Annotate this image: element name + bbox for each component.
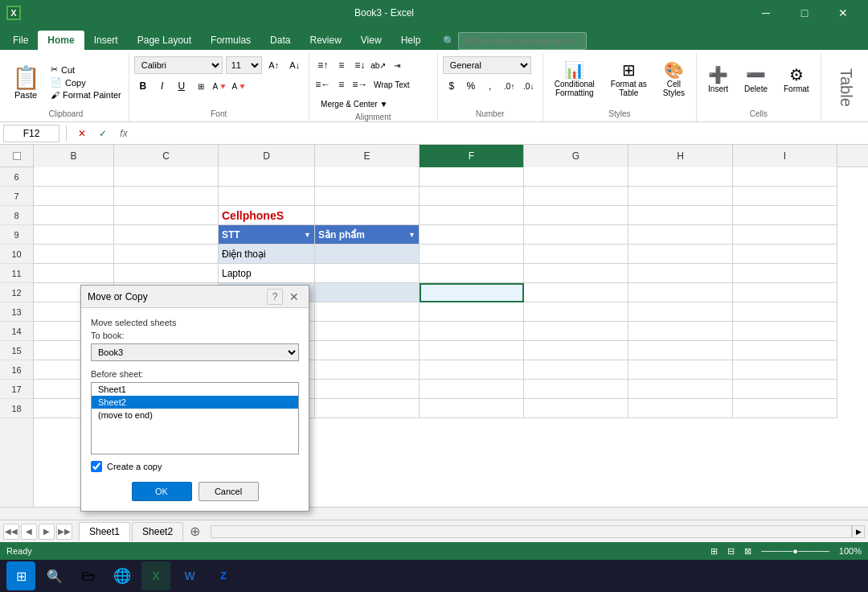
format-as-table-button[interactable]: ⊞ Format asTable <box>604 59 653 99</box>
percent-button[interactable]: % <box>462 77 480 95</box>
sheet-tab-sheet1[interactable]: Sheet1 <box>79 522 130 541</box>
cell-i13[interactable] <box>733 302 837 322</box>
taskbar-search-button[interactable]: 🔍 <box>40 561 69 590</box>
view-layout-icon[interactable]: ⊟ <box>727 546 735 557</box>
scroll-right-button[interactable]: ▶ <box>852 525 865 538</box>
cell-b10[interactable] <box>34 245 114 264</box>
cell-c6[interactable] <box>114 167 219 187</box>
cell-h14[interactable] <box>628 322 733 341</box>
align-center-button[interactable]: ≡ <box>333 76 350 93</box>
align-middle-button[interactable]: ≡ <box>333 56 350 74</box>
cell-i15[interactable] <box>733 341 837 360</box>
cell-b11[interactable] <box>34 264 114 283</box>
cell-styles-button[interactable]: 🎨 CellStyles <box>657 59 691 99</box>
cell-h18[interactable] <box>628 399 733 418</box>
col-header-i[interactable]: I <box>733 145 837 167</box>
conditional-formatting-button[interactable]: 📊 ConditionalFormatting <box>548 59 601 99</box>
list-item-sheet2[interactable]: Sheet2 <box>92 396 298 409</box>
col-header-f[interactable]: F <box>420 145 524 167</box>
cell-f12[interactable] <box>420 283 524 302</box>
paste-button[interactable]: 📋 Paste <box>8 63 43 101</box>
confirm-formula-button[interactable]: ✓ <box>94 125 112 142</box>
list-item-sheet1[interactable]: Sheet1 <box>92 383 298 396</box>
cell-h11[interactable] <box>628 264 733 283</box>
delete-button[interactable]: ➖ Delete <box>738 64 774 95</box>
align-bottom-button[interactable]: ≡↓ <box>351 56 369 74</box>
cell-h9[interactable] <box>628 225 733 245</box>
windows-button[interactable]: ⊞ <box>6 561 35 590</box>
cell-i12[interactable] <box>733 283 837 302</box>
cell-i10[interactable] <box>733 245 837 264</box>
cell-g10[interactable] <box>524 245 628 264</box>
cell-g9[interactable] <box>524 225 628 245</box>
cell-f10[interactable] <box>420 245 524 264</box>
cell-e8[interactable] <box>315 206 420 225</box>
cell-g17[interactable] <box>524 380 628 399</box>
cell-d10[interactable]: Điện thoại <box>219 245 315 264</box>
cell-e11[interactable] <box>315 264 420 283</box>
tell-me-input[interactable] <box>458 32 587 50</box>
format-painter-button[interactable]: 🖌 Format Painter <box>48 89 124 101</box>
insert-function-button[interactable]: fx <box>115 125 133 142</box>
view-page-icon[interactable]: ⊠ <box>744 546 751 557</box>
format-button[interactable]: ⚙ Format <box>777 64 816 95</box>
cell-g11[interactable] <box>524 264 628 283</box>
row-num-7[interactable]: 7 <box>0 187 33 206</box>
cell-h6[interactable] <box>628 167 733 187</box>
cell-c10[interactable] <box>114 245 219 264</box>
tab-page-layout[interactable]: Page Layout <box>128 31 201 50</box>
tab-insert[interactable]: Insert <box>84 31 128 50</box>
ok-button[interactable]: OK <box>132 482 192 501</box>
copy-button[interactable]: 📄 Copy <box>48 76 124 88</box>
cell-g7[interactable] <box>524 187 628 206</box>
cell-h8[interactable] <box>628 206 733 225</box>
cell-i17[interactable] <box>733 380 837 399</box>
formula-input[interactable] <box>136 125 865 142</box>
row-num-14[interactable]: 14 <box>0 322 33 341</box>
cell-f11[interactable] <box>420 264 524 283</box>
insert-button[interactable]: ➕ Insert <box>702 64 735 95</box>
align-top-button[interactable]: ≡↑ <box>314 56 332 74</box>
cell-reference-input[interactable] <box>3 125 59 142</box>
row-num-13[interactable]: 13 <box>0 302 33 322</box>
cell-e6[interactable] <box>315 167 420 187</box>
sheet-tab-sheet2[interactable]: Sheet2 <box>132 522 183 541</box>
row-num-9[interactable]: 9 <box>0 225 33 245</box>
cell-i18[interactable] <box>733 399 837 418</box>
cell-f13[interactable] <box>420 302 524 322</box>
bold-button[interactable]: B <box>134 77 152 95</box>
cell-i16[interactable] <box>733 360 837 380</box>
tab-formulas[interactable]: Formulas <box>201 31 260 50</box>
maximize-button[interactable]: □ <box>786 0 823 26</box>
tab-help[interactable]: Help <box>391 31 431 50</box>
cell-h13[interactable] <box>628 302 733 322</box>
cell-i8[interactable] <box>733 206 837 225</box>
cell-c7[interactable] <box>114 187 219 206</box>
cell-c11[interactable] <box>114 264 219 283</box>
col-header-g[interactable]: G <box>524 145 628 167</box>
cell-f17[interactable] <box>420 380 524 399</box>
cell-f6[interactable] <box>420 167 524 187</box>
sheet-nav-first[interactable]: ◀◀ <box>3 524 19 540</box>
cell-h16[interactable] <box>628 360 733 380</box>
cell-f18[interactable] <box>420 399 524 418</box>
row-num-12[interactable]: 12 <box>0 283 33 302</box>
cell-d6[interactable] <box>219 167 315 187</box>
decrease-font-button[interactable]: A↓ <box>286 56 304 74</box>
cell-e10[interactable] <box>315 245 420 264</box>
cancel-formula-button[interactable]: ✕ <box>73 125 91 142</box>
cancel-button[interactable]: Cancel <box>199 482 259 501</box>
angle-text-button[interactable]: ab↗ <box>370 56 387 74</box>
tab-view[interactable]: View <box>351 31 391 50</box>
cell-g14[interactable] <box>524 322 628 341</box>
zalo-taskbar-button[interactable]: Z <box>209 561 238 590</box>
cell-e12[interactable] <box>315 283 420 302</box>
tab-file[interactable]: File <box>3 31 38 50</box>
cell-e18[interactable] <box>315 399 420 418</box>
zoom-slider[interactable]: ─────●───── <box>761 546 829 557</box>
cell-f8[interactable] <box>420 206 524 225</box>
word-taskbar-button[interactable]: W <box>175 561 204 590</box>
cell-f16[interactable] <box>420 360 524 380</box>
row-num-16[interactable]: 16 <box>0 360 33 380</box>
align-left-button[interactable]: ≡← <box>314 76 332 93</box>
